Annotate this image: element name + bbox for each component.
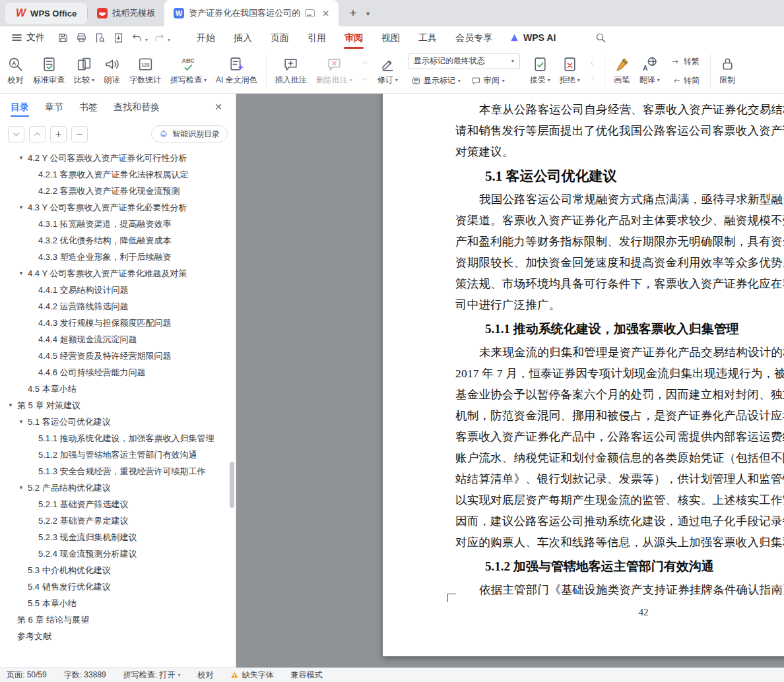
compat-mode-indicator[interactable]: 兼容模式 <box>290 669 322 681</box>
compare-button[interactable]: 比较▾ <box>69 53 99 88</box>
toc-item[interactable]: 5.5 本章小结 <box>0 595 236 611</box>
home-tab[interactable]: W WPS Office <box>5 3 87 24</box>
menu-tab-tools[interactable]: 工具 <box>409 26 446 49</box>
toc-item[interactable]: 5.1.1 推动系统化建设，加强客票收入归集管理 <box>0 430 236 447</box>
toc-item[interactable]: 4.4.1 交易结构设计问题 <box>0 282 236 298</box>
toc-item[interactable]: 4.3.1 拓宽融资渠道，提高融资效率 <box>0 216 236 232</box>
restrict-edit-button[interactable]: 限制 <box>715 53 740 88</box>
zoom-in-button[interactable] <box>50 126 67 142</box>
insert-comment-button[interactable]: 插入批注 <box>271 53 311 88</box>
toc-item[interactable]: 4.2.2 客票收入资产证券化现金流预测 <box>0 183 236 199</box>
menu-tab-insert[interactable]: 插入 <box>224 26 261 49</box>
toc-item[interactable]: 5.1.2 加强与管辖地客运主管部门有效沟通 <box>0 447 236 463</box>
tab-document-active[interactable]: W 资产证券化在我国客运公司的 ✕ <box>164 0 339 26</box>
toc-expand-arrow-icon[interactable]: ▼ <box>18 204 28 210</box>
export-pdf-icon[interactable] <box>110 30 127 46</box>
toc-expand-arrow-icon[interactable]: ▼ <box>18 270 28 276</box>
word-count-indicator[interactable]: 字数: 33889 <box>64 669 106 681</box>
menu-tab-page[interactable]: 页面 <box>261 26 298 49</box>
word-count-button[interactable]: 123 字数统计 <box>125 53 166 88</box>
toc-item[interactable]: 5.2.3 现金流归集机制建议 <box>0 529 236 545</box>
tab-list-dropdown[interactable]: ▾ <box>362 7 374 20</box>
toc-item[interactable]: 第 6 章 结论与展望 <box>0 611 236 628</box>
toc-item[interactable]: 4.4.3 发行规模与担保额度匹配问题 <box>0 315 236 331</box>
toc-item[interactable]: ▼4.2 Y 公司客票收入资产证券化可行性分析 <box>0 150 236 166</box>
sidebar-tab-contents[interactable]: 目录 <box>11 94 29 120</box>
menu-tab-member[interactable]: 会员专享 <box>446 26 502 49</box>
accept-button[interactable]: 接受▾ <box>525 53 555 88</box>
menu-tab-review[interactable]: 审阅 <box>335 26 372 49</box>
new-tab-button[interactable]: + <box>344 4 362 22</box>
toc-item[interactable]: 4.4.4 超额现金流沉淀问题 <box>0 331 236 348</box>
toc-item[interactable]: 4.4.5 经营资质及特许经营期限问题 <box>0 348 236 364</box>
toc-expand-arrow-icon[interactable]: ▼ <box>18 419 28 425</box>
toc-item[interactable]: 4.4.6 公司持续经营能力问题 <box>0 364 236 381</box>
toc-item[interactable]: ▼第 5 章 对策建议 <box>0 397 236 414</box>
track-changes-button[interactable]: 修订▾ <box>373 53 403 88</box>
save-icon[interactable] <box>54 30 71 46</box>
toc-item[interactable]: 4.4.2 运营路线筛选问题 <box>0 298 236 315</box>
to-simplified-button[interactable]: 转简 <box>668 73 703 88</box>
translate-button[interactable]: A 翻译▾ <box>635 53 665 88</box>
toc-item[interactable]: 4.5 本章小结 <box>0 381 236 397</box>
next-change-icon[interactable] <box>586 73 599 85</box>
undo-dropdown-caret[interactable]: ▾ <box>145 37 148 43</box>
proofread-status[interactable]: 校对 <box>197 669 213 681</box>
toc-item[interactable]: 5.3 中介机构优化建议 <box>0 562 236 578</box>
delete-comment-button[interactable]: 删除批注▾ <box>311 53 357 88</box>
previous-change-icon[interactable] <box>586 57 599 69</box>
menu-tab-view[interactable]: 视图 <box>372 26 409 49</box>
sidebar-tab-find-replace[interactable]: 查找和替换 <box>114 94 160 120</box>
sidebar-tab-chapters[interactable]: 章节 <box>45 94 63 120</box>
toc-item[interactable]: 4.3.2 优化债务结构，降低融资成本 <box>0 232 236 249</box>
print-icon[interactable] <box>73 30 90 46</box>
toc-item[interactable]: ▼4.4 Y 公司客票收入资产证券化难题及对策 <box>0 265 236 282</box>
wps-ai-menu[interactable]: WPS AI <box>502 32 564 43</box>
redo-dropdown-caret[interactable]: ▾ <box>168 37 170 43</box>
toc-item[interactable]: ▼5.1 客运公司优化建议 <box>0 414 236 430</box>
toc-item[interactable]: 5.2.4 现金流预测分析建议 <box>0 545 236 562</box>
toc-item[interactable]: 5.2.1 基础资产筛选建议 <box>0 496 236 512</box>
spell-check-status[interactable]: 拼写检查: 打开 ▾ <box>123 669 181 681</box>
reject-button[interactable]: 拒绝▾ <box>555 53 585 88</box>
toc-expand-arrow-icon[interactable]: ▼ <box>18 485 28 491</box>
toc-item[interactable]: 5.4 销售发行优化建议 <box>0 578 236 595</box>
file-menu[interactable]: 文件 <box>7 32 50 44</box>
previous-comment-icon[interactable] <box>358 57 372 69</box>
undo-icon[interactable] <box>128 30 145 46</box>
collapse-all-button[interactable] <box>8 126 24 142</box>
proofread-button[interactable]: A 校对 <box>3 53 28 88</box>
smart-toc-button[interactable]: 智能识别目录 <box>151 125 228 142</box>
show-markup-button[interactable]: 显示标记 ▾ <box>408 73 464 89</box>
toc-expand-arrow-icon[interactable]: ▼ <box>18 155 28 161</box>
sidebar-scrollbar-thumb[interactable] <box>230 462 234 508</box>
toc-expand-arrow-icon[interactable]: ▼ <box>8 402 17 408</box>
print-preview-icon[interactable] <box>91 30 108 46</box>
tab-close-icon[interactable]: ✕ <box>319 7 332 20</box>
expand-all-button[interactable] <box>29 126 46 142</box>
ink-button[interactable]: 画笔 <box>609 53 635 88</box>
spell-check-button[interactable]: ABC 拼写检查▾ <box>166 53 211 88</box>
ai-polish-button[interactable]: AI 全文润色 <box>211 53 262 88</box>
toc-item[interactable]: ▼4.3 Y 公司客票收入资产证券化必要性分析 <box>0 199 236 216</box>
review-pane-button[interactable]: 审阅 ▾ <box>468 73 508 89</box>
page-indicator[interactable]: 页面: 50/59 <box>7 669 47 681</box>
toc-item[interactable]: ▼5.2 产品结构优化建议 <box>0 480 236 496</box>
redo-icon[interactable] <box>150 30 168 46</box>
missing-font-warning[interactable]: 缺失字体 <box>230 669 273 681</box>
read-aloud-button[interactable]: 朗读 <box>99 53 125 88</box>
sidebar-tab-bookmarks[interactable]: 书签 <box>79 94 98 120</box>
menu-tab-home[interactable]: 开始 <box>187 26 224 49</box>
document-page[interactable]: 本章从公路客运公司自身经营、客票收入资产证券化交易结构、中请和销售发行等层面提出… <box>383 94 784 656</box>
search-icon[interactable] <box>591 29 610 46</box>
menu-tab-reference[interactable]: 引用 <box>298 26 335 49</box>
toc-item[interactable]: 5.1.3 安全合规经营，重视经营许可续期工作 <box>0 463 236 480</box>
sidebar-close-icon[interactable]: ✕ <box>212 100 225 113</box>
to-traditional-button[interactable]: 转繁 <box>668 53 703 69</box>
standard-check-button[interactable]: 标准审查 <box>28 53 69 88</box>
toc-item[interactable]: 4.2.1 客票收入资产证券化法律权属认定 <box>0 166 236 183</box>
toc-item[interactable]: 5.2.2 基础资产界定建议 <box>0 512 236 529</box>
tab-docer-template[interactable]: 找稻壳模板 <box>88 0 164 26</box>
toc-item[interactable]: 参考文献 <box>0 628 236 644</box>
zoom-out-button[interactable] <box>71 126 88 142</box>
